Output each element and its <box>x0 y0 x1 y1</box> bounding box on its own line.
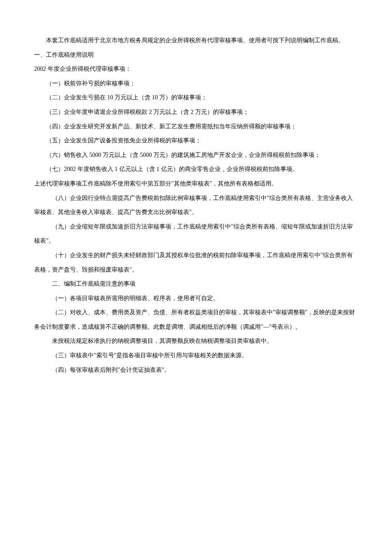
paragraph-year: 2002 年度企业所得税代理审核事项： <box>34 62 358 76</box>
sub-item-4: （四）每张审核表后附列"会计凭证抽查表"。 <box>34 363 358 377</box>
list-item-8: （八）企业因行业特点需提高广告费税前扣除比例审核事项，工作底稿使用索引中"综合类… <box>34 191 358 220</box>
list-item-5: （五）企业发生国产设备投资抵免企业所得税的审核事项； <box>34 133 358 148</box>
sub-item-3: （三）审核表中"索引号"是指各项目审核中所引用与审核相关的数据来源。 <box>34 348 358 363</box>
sub-item-1: （一）各项目审核表所需用的明细表、程序表，使用者可自定。 <box>34 291 358 306</box>
list-item-10: （十）企业发生的财产损失未经财政部门及其授权单位批准的税前扣除审核事项，工作底稿… <box>34 248 358 277</box>
list-item-2: （二）企业发生亏损在 10 万元以上（含 10 万）的审核事项； <box>34 90 358 105</box>
document-page: 本套工作底稿适用于北京市地方税务局规定的企业所得税所有代理审核事项。使用者可按下… <box>0 0 392 403</box>
list-item-1: （一）税前弥补亏损的审核事项； <box>34 76 358 91</box>
section-heading-1: 一、工作底稿使用说明 <box>34 48 358 62</box>
sub-item-2: （二）对收入、成本、费用类及资产、负债、所有者权益类项目的审核，其审核表中"审核… <box>34 305 358 334</box>
list-item-9: （九）企业缩短年限或加速折旧方法审核事项，工作底稿使用索引中"综合类所有表格、缩… <box>34 220 358 248</box>
section-heading-2: 二、编制工作底稿需注意的事项 <box>34 277 358 291</box>
paragraph-intro: 本套工作底稿适用于北京市地方税务局规定的企业所得税所有代理审核事项。使用者可按下… <box>34 33 358 48</box>
list-item-4: （四）企业发生研究开发新产品、新技术、新工艺发生费用需抵扣当年应纳所得额的审核事… <box>34 119 358 134</box>
list-item-3: （三）企业年度申请退企业所得税税款 2 万元以上（含 2 万元）的审核事项； <box>34 105 358 119</box>
paragraph-note: 上述代理审核事项工作底稿除不使用索引中第五部分"其他类审核表"，其他所有表格都适… <box>34 177 358 191</box>
list-item-7: （七）2002 年度销售收入 1 亿元以上（含 1 亿元）的商业零售企业，企业所… <box>34 162 358 177</box>
paragraph-tax-note: 未按税法规定标准执行的纳税调整项目，其调整额反映在纳税调整项目类审核表中。 <box>34 334 358 348</box>
list-item-6: （六）销售收入 5000 万元以上（含 5000 万元）的建筑施工房地产开发企业… <box>34 148 358 162</box>
